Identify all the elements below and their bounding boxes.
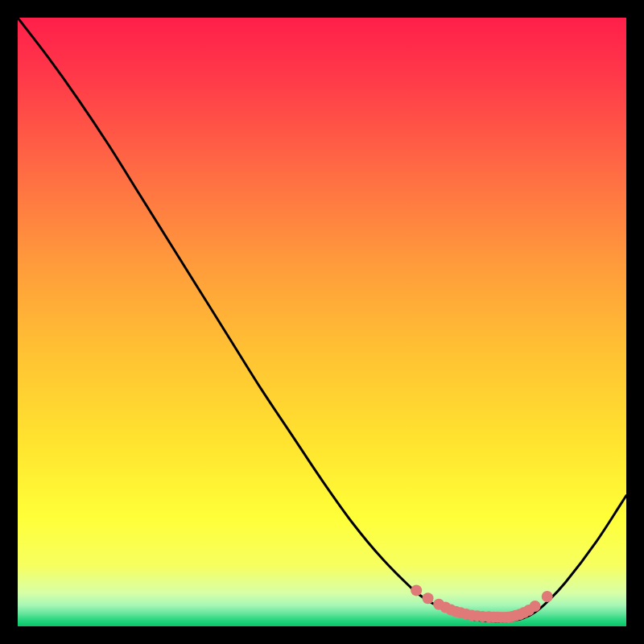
background-gradient bbox=[18, 18, 626, 626]
chart-frame: TheBottlenecker.com bbox=[18, 18, 626, 626]
svg-rect-0 bbox=[18, 18, 626, 626]
plot-area bbox=[18, 18, 626, 626]
